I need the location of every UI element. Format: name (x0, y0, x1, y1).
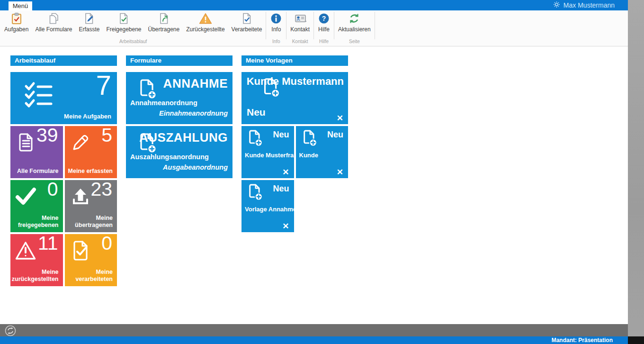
help-circle-icon: ? (318, 12, 330, 25)
close-icon[interactable]: ✕ (337, 114, 343, 123)
ribbon-button-label: Alle Formulare (35, 27, 72, 33)
tile-meine-zurueckgestellten[interactable]: 11 Meine zurückgestellten (10, 234, 63, 286)
ribbon-button-zurueckgestellte[interactable]: Zurückgestellte (183, 10, 228, 33)
close-icon[interactable]: ✕ (282, 222, 289, 231)
ribbon: Aufgaben Alle Formulare (0, 10, 628, 46)
ribbon-separator (375, 12, 375, 39)
tile-count: 0 (101, 232, 112, 254)
ribbon-button-alle-formulare[interactable]: Alle Formulare (32, 10, 75, 33)
tile-meine-erfassten[interactable]: 5 Meine erfassten (65, 126, 117, 178)
upload-icon (70, 186, 91, 209)
ribbon-group-label: Kontakt (292, 39, 308, 45)
gear-icon (553, 1, 560, 9)
tile-template-kunde-musterfrau[interactable]: Neu Kunde Musterfrau ✕ (242, 126, 294, 178)
template-action: Neu (247, 107, 266, 118)
ribbon-button-verarbeitete[interactable]: Verarbeitete (228, 10, 266, 33)
tile-label: Meine erfassten (68, 168, 113, 175)
tile-alle-formulare[interactable]: 39 Alle Formulare (10, 126, 63, 178)
bottom-toolbar (0, 324, 628, 336)
template-action: Neu (327, 130, 343, 140)
ribbon-group-arbeitsablauf: Aufgaben Alle Formulare (1, 10, 265, 45)
status-bar: Mandant: Präsentation (0, 336, 628, 344)
document-arrow-up-icon (158, 12, 170, 25)
ribbon-group-seite: Aktualisieren Seite (335, 10, 374, 45)
form-alias: Einnahmeanordnung (159, 109, 228, 117)
tile-form-annahme[interactable]: ANNAHME Annahmeanordnung Einnahmeanordnu… (126, 72, 233, 124)
template-title: Kunde Musterfrau (245, 152, 297, 159)
section-header-formulare: Formulare (126, 55, 233, 66)
ribbon-group-info: Info Info (267, 10, 286, 45)
tile-meine-freigegebenen[interactable]: 0 Meine freigegebenen (10, 180, 63, 232)
desktop-background (628, 0, 644, 344)
ribbon-separator (313, 12, 314, 39)
user-name: Max Mustermann (564, 1, 615, 9)
svg-text:?: ? (322, 15, 326, 22)
warning-triangle-icon (199, 12, 212, 25)
user-menu[interactable]: Max Mustermann (553, 0, 615, 10)
template-action: Neu (273, 184, 289, 194)
ribbon-button-label: Info (271, 27, 281, 33)
checkmark-icon (14, 187, 37, 208)
task-list-icon (24, 81, 53, 110)
tile-template-kunde[interactable]: Neu Kunde ✕ (296, 126, 349, 178)
ribbon-button-label: Aufgaben (4, 27, 28, 33)
tile-template-kunde-mustermann[interactable]: Kunde Mustermann Neu ✕ (242, 72, 348, 124)
ribbon-button-erfasste[interactable]: Erfasste (75, 10, 103, 33)
tile-label: Meine verarbeiteten (65, 269, 113, 283)
section-formulare: Formulare (126, 55, 233, 178)
menu-button[interactable]: Menü (9, 1, 32, 10)
ribbon-button-uebertragene[interactable]: Übertragene (145, 10, 183, 33)
form-title: AUSZAHLUNG (139, 130, 228, 145)
document-plus-icon (300, 129, 320, 151)
document-plus-icon (245, 129, 265, 151)
ribbon-button-label: Aktualisieren (338, 27, 371, 33)
tile-meine-aufgaben[interactable]: 7 Meine Aufgaben (10, 72, 117, 124)
warning-icon (15, 240, 36, 263)
ribbon-button-label: Hilfe (318, 27, 330, 33)
sync-icon[interactable] (4, 325, 17, 337)
ribbon-button-hilfe[interactable]: ? Hilfe (314, 10, 333, 33)
form-subtitle: Auszahlungsanordnung (130, 153, 209, 161)
main-content: Arbeitsablauf 7 Me (0, 47, 628, 324)
ribbon-button-label: Kontakt (290, 27, 310, 33)
document-check-green-icon (117, 12, 130, 25)
ribbon-button-label: Übertragene (148, 27, 180, 33)
ribbon-button-aktualisieren[interactable]: Aktualisieren (335, 10, 374, 33)
ribbon-button-info[interactable]: Info (267, 10, 286, 33)
close-icon[interactable]: ✕ (282, 168, 289, 177)
ribbon-separator (266, 12, 266, 39)
clipboard-check-icon (10, 12, 23, 25)
ribbon-button-label: Verarbeitete (232, 27, 262, 33)
ribbon-button-freigegebene[interactable]: Freigegebene (103, 10, 144, 33)
ribbon-button-label: Freigegebene (106, 27, 141, 33)
title-bar: Menü Max Mustermann (0, 0, 628, 10)
tile-label: Alle Formulare (17, 168, 59, 175)
template-title: Vorlage Annahme (245, 206, 296, 213)
template-title: Kunde Mustermann (247, 75, 344, 88)
ribbon-group-label: Info (272, 39, 280, 45)
ribbon-group-label: Arbeitsablauf (119, 39, 147, 45)
ribbon-button-label: Zurückgestellte (186, 27, 224, 33)
tile-count: 0 (47, 178, 58, 200)
tile-count: 11 (38, 232, 58, 254)
tile-form-auszahlung[interactable]: AUSZAHLUNG Auszahlungsanordnung Ausgabea… (126, 126, 233, 178)
tile-meine-uebertragenen[interactable]: 23 Meine übertragenen (65, 180, 117, 232)
document-check-blue-icon (241, 12, 253, 25)
documents-stack-icon (47, 12, 60, 25)
section-arbeitsablauf: Arbeitsablauf 7 Me (10, 55, 117, 286)
contact-card-icon (294, 12, 307, 25)
ribbon-button-kontakt[interactable]: Kontakt (287, 10, 313, 33)
tile-count: 23 (90, 178, 112, 200)
ribbon-separator (286, 12, 286, 39)
tile-template-vorlage-annahme[interactable]: Neu Vorlage Annahme ✕ (242, 180, 294, 232)
document-pencil-icon (83, 12, 95, 25)
app-screen: Menü Max Mustermann (0, 0, 644, 344)
ribbon-button-aufgaben[interactable]: Aufgaben (1, 10, 32, 33)
close-icon[interactable]: ✕ (337, 168, 343, 177)
app-window: Menü Max Mustermann (0, 0, 628, 344)
tile-count: 39 (36, 124, 58, 146)
template-action: Neu (273, 130, 289, 140)
tile-meine-verarbeiteten[interactable]: 0 Meine verarbeiteten (65, 234, 117, 286)
document-icon (15, 132, 37, 155)
ribbon-group-label: Seite (349, 39, 360, 45)
